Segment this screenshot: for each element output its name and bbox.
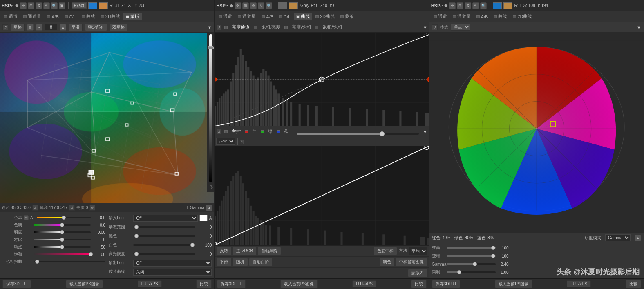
to-rgb-btn-p2[interactable]: 主->RGB	[233, 247, 257, 255]
smooth-btn2-p2[interactable]: 平滑	[216, 258, 232, 266]
cursor-icon-p1[interactable]: ↖	[43, 2, 50, 9]
gamma-select-p3[interactable]: Gamma	[605, 234, 631, 241]
tab-curve-p1[interactable]: 曲线	[79, 13, 98, 20]
slider-dark-track-p3[interactable]	[447, 255, 496, 257]
ctrl-swatch-p1[interactable]	[199, 215, 208, 221]
slider-contrast-track-p1[interactable]	[34, 239, 91, 240]
ctrl-dynamic-slider-p1[interactable]	[133, 226, 195, 228]
compare-icon-p1[interactable]: ▣	[59, 2, 65, 9]
ctrl-highlight-thumb-p1[interactable]	[134, 252, 139, 256]
color-swatch-back-p2[interactable]	[289, 2, 298, 9]
tab-ab-p2[interactable]: A/B	[259, 13, 276, 20]
slider-pivot-track-p1[interactable]	[34, 246, 91, 248]
smooth-btn-p1[interactable]: 平滑	[69, 24, 83, 31]
lut2ps-btn-p2[interactable]: LUT->PS	[352, 280, 376, 287]
settings-icon-p1[interactable]: ⚙	[36, 2, 42, 9]
tab-channelvol-p1[interactable]: 通道量	[21, 13, 44, 20]
btm-slider-track-p2[interactable]	[297, 133, 418, 135]
expand-btm-icon-p2[interactable]: ▼	[423, 129, 427, 134]
tab-ab-p1[interactable]: A/B	[45, 13, 61, 20]
save-3dlut-btn-p2[interactable]: 保存3DLUT	[217, 280, 246, 288]
tab-lum-sat-p2[interactable]: 亮度/饱和	[290, 23, 313, 31]
expand-icon-p1[interactable]: ▼	[207, 25, 212, 30]
tab-sat-lum-p2[interactable]: 饱和/亮度	[259, 23, 282, 31]
tab-mask-p1[interactable]: 蒙版	[123, 13, 142, 20]
zoom-icon-p2[interactable]: 🔍	[266, 2, 272, 9]
invert-btn-p2[interactable]: 反转	[216, 247, 232, 255]
auto-white-btn-p2[interactable]: 自动白阶	[249, 258, 273, 266]
save-3dlut-btn-p1[interactable]: 保存3DLUT	[2, 280, 31, 288]
slider-sat-thumb-p1[interactable]	[89, 252, 93, 256]
crosshair-icon-p1[interactable]: ✛	[20, 2, 27, 9]
color-swatch-back-p3[interactable]	[503, 2, 512, 9]
tab-curve-p2[interactable]: 曲线	[294, 13, 312, 20]
arrow-up-p1[interactable]: ▲	[60, 24, 66, 31]
tab-red-p2[interactable]: 红	[250, 128, 258, 136]
tab-curve-p3[interactable]: 曲线	[491, 13, 510, 20]
tab-2dcurve-p3[interactable]: 2D曲线	[510, 13, 534, 20]
slider-dark-thumb-p3[interactable]	[491, 254, 495, 258]
lut2ps-btn-p3[interactable]: LUT->PS	[567, 280, 591, 287]
ctrl-white-slider-p1[interactable]	[133, 244, 195, 246]
cursor-icon-p3[interactable]: ↖	[472, 2, 479, 9]
grid3-icon-p1[interactable]: ✦	[36, 24, 42, 31]
slider-gamma-thumb-p3[interactable]	[473, 262, 477, 266]
slider-limit-thumb-p3[interactable]	[457, 270, 461, 274]
adjust-btn-p2[interactable]: 调色	[379, 258, 395, 266]
tab-channel-p2[interactable]: 通道	[216, 13, 235, 20]
color-swatch-front-p3[interactable]	[493, 2, 502, 9]
refresh-btn-p1[interactable]: ↺	[2, 24, 8, 30]
tab-channelvol-p3[interactable]: 通道量	[450, 13, 473, 20]
color-swatch-front-p1[interactable]	[88, 2, 97, 9]
slider-limit-track-p3[interactable]	[447, 271, 496, 273]
tab-mask-p2[interactable]: 蒙版	[338, 13, 356, 20]
grid-icon-p2[interactable]: ⊞	[242, 2, 249, 9]
settings-icon-p2[interactable]: ⚙	[250, 2, 257, 9]
crosshair-icon-p2[interactable]: ✛	[235, 2, 241, 9]
refresh-btn-p2[interactable]: ↺	[216, 24, 222, 30]
slider-tint-track-p1[interactable]	[34, 224, 91, 226]
tab-2dcurve-p2[interactable]: 2D曲线	[313, 13, 337, 20]
status-refresh3-p1[interactable]: ↺	[89, 205, 95, 211]
status-refresh2-p1[interactable]: ↺	[69, 205, 75, 211]
ctrl-film-select-p1[interactable]: 关闭	[133, 269, 212, 276]
norm-select-p2[interactable]: 正常	[216, 138, 235, 145]
slider-pivot-thumb-p1[interactable]	[60, 245, 64, 249]
ctrl-highlight-slider-p1[interactable]	[133, 253, 195, 255]
compare-btn-p3[interactable]: 比较	[626, 280, 641, 288]
ctrl-loginput-select-p1[interactable]: Off	[133, 215, 198, 222]
eyedropper-icon-p1[interactable]: ✏	[24, 215, 29, 220]
ctrl-black-thumb-p1[interactable]	[134, 234, 139, 238]
ctrl-black-slider-p1[interactable]	[133, 235, 195, 237]
save-3dlut-btn-p3[interactable]: 保存3DLUT	[432, 280, 461, 288]
tab-cl-p1[interactable]: C/L	[62, 13, 78, 20]
crosshair-icon-p3[interactable]: ✛	[449, 2, 456, 9]
tab-channelvol-p2[interactable]: 通道量	[235, 13, 258, 20]
status-arrow-p1[interactable]: ▲	[206, 205, 212, 211]
tab-channel-p1[interactable]: 通道	[2, 13, 20, 20]
grid-icon-p1[interactable]: ⊞	[28, 2, 34, 9]
brightness-slider-p1[interactable]: ☽	[207, 33, 214, 192]
tab-2dcurve-p1[interactable]: 2D曲线	[98, 13, 123, 20]
slider-tint-thumb-p1[interactable]	[60, 223, 64, 227]
tab-channel-p3[interactable]: 通道	[431, 13, 449, 20]
grid-num-p1[interactable]	[45, 24, 57, 30]
tab-master-p2[interactable]: 主控	[230, 128, 242, 136]
tab-green-p2[interactable]: 绿	[266, 128, 274, 136]
dual-btn-p1[interactable]: 双网格	[110, 24, 127, 31]
tab-cl-p2[interactable]: C/L	[277, 13, 293, 20]
ctrl-white-thumb-p1[interactable]	[190, 243, 195, 247]
method-select-p2[interactable]: 平均	[409, 247, 427, 255]
tab-ab-p3[interactable]: A/B	[474, 13, 491, 20]
cursor-icon-p2[interactable]: ↖	[258, 2, 264, 9]
slider-wb-thumb-p1[interactable]	[62, 216, 66, 220]
grid-icon-p3[interactable]: ⊞	[457, 2, 463, 9]
expand-icon-p2[interactable]: ▼	[423, 25, 427, 30]
settings-icon-p3[interactable]: ⚙	[465, 2, 471, 9]
ctrl-logout-select-p1[interactable]: Off	[133, 260, 212, 267]
expand-icon-p3[interactable]: ▼	[637, 25, 641, 30]
btm-slider-thumb-p2[interactable]	[380, 131, 385, 136]
arrow-gamma-p3[interactable]: ▲	[635, 235, 641, 241]
slider-sat-track-p1[interactable]	[34, 253, 91, 255]
load-ps-btn-p2[interactable]: 载入当前PS图像	[280, 280, 318, 288]
